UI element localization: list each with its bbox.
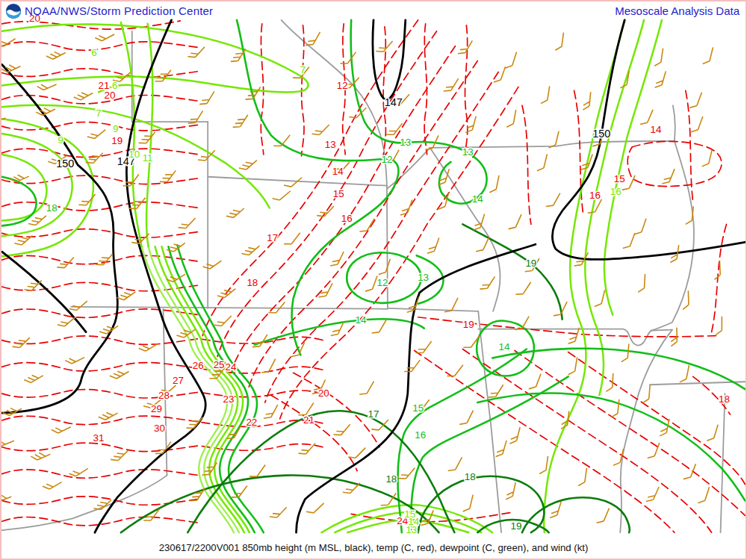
state-border-line bbox=[478, 311, 501, 532]
wind-barb bbox=[662, 167, 675, 186]
dewpoint-contour bbox=[168, 246, 254, 532]
header: NOAA/NWS/Storm Prediction Center Mesosca… bbox=[1, 1, 746, 21]
dewpoint-label: 9 bbox=[113, 123, 118, 134]
temperature-contour bbox=[712, 224, 727, 332]
temperature-label: 31 bbox=[93, 432, 105, 444]
height-label: 150 bbox=[592, 128, 610, 140]
state-border-line bbox=[282, 20, 387, 189]
wind-barb bbox=[458, 37, 472, 56]
wind-barb bbox=[702, 149, 713, 168]
wind-barb bbox=[506, 481, 515, 500]
temperature-label: 24 bbox=[226, 361, 237, 373]
spc-mesoanalysis-page: 1501471471502021201912131415161718141516… bbox=[0, 0, 747, 560]
wind-barb bbox=[515, 279, 530, 297]
wind-barb bbox=[111, 447, 128, 464]
wind-barb bbox=[427, 236, 439, 255]
wind-barb bbox=[691, 114, 703, 134]
wind-barb bbox=[319, 281, 332, 300]
temperature-contour bbox=[2, 363, 323, 373]
wind-barb bbox=[509, 426, 520, 445]
temperature-label: 30 bbox=[154, 423, 165, 434]
wind-barb bbox=[654, 48, 663, 67]
wind-barb bbox=[123, 171, 139, 190]
wind-barb bbox=[306, 499, 324, 516]
dewpoint-label: 12 bbox=[376, 277, 388, 288]
dewpoint-label: 11 bbox=[143, 152, 153, 164]
wind-barb bbox=[561, 411, 569, 430]
wind-barb bbox=[43, 477, 62, 491]
state-border-line bbox=[387, 148, 430, 189]
temperature-label: 20 bbox=[104, 90, 115, 101]
wind-barb bbox=[359, 379, 374, 398]
temperature-label: 12 bbox=[337, 80, 348, 91]
dewpoint-label: 14 bbox=[472, 193, 483, 205]
wind-barb bbox=[537, 153, 548, 172]
wind-barb bbox=[689, 90, 701, 110]
temperature-label: 14 bbox=[651, 124, 662, 135]
wind-barb bbox=[87, 125, 105, 141]
state-border-line bbox=[388, 308, 478, 311]
temperature-contour bbox=[2, 470, 199, 478]
dewpoint-label: 14 bbox=[499, 341, 510, 352]
height-contour bbox=[373, 20, 406, 99]
state-border-line bbox=[650, 382, 745, 385]
temperature-contour bbox=[465, 25, 468, 156]
wind-barb bbox=[261, 356, 275, 376]
dewpoint-contour bbox=[477, 393, 745, 500]
state-border-line bbox=[71, 307, 388, 309]
wind-barb bbox=[541, 85, 550, 105]
wind-barb bbox=[655, 69, 666, 89]
dewpoint-contour bbox=[2, 134, 72, 236]
site-title: NOAA/NWS/Storm Prediction Center bbox=[25, 4, 213, 17]
temperature-contour bbox=[2, 42, 199, 50]
noaa-logo bbox=[5, 3, 22, 19]
dewpoint-label: 9 bbox=[58, 134, 63, 146]
dewpoint-label: 18 bbox=[465, 471, 476, 482]
wind-barb bbox=[25, 276, 42, 293]
temperature-label: 23 bbox=[223, 393, 235, 405]
wind-barb bbox=[386, 119, 402, 138]
temperature-contour bbox=[383, 27, 386, 158]
wind-barb bbox=[505, 50, 516, 69]
temperature-label: 13 bbox=[325, 139, 336, 150]
wind-barb bbox=[13, 334, 30, 351]
dewpoint-contour bbox=[544, 20, 624, 532]
wind-barb bbox=[264, 402, 278, 421]
wind-barb bbox=[539, 455, 548, 475]
dewpoint-label: 13 bbox=[462, 146, 474, 158]
wind-barb bbox=[226, 204, 244, 220]
dewpoint-label: 13 bbox=[418, 272, 429, 283]
wind-barb bbox=[529, 372, 541, 391]
wind-barb bbox=[334, 420, 350, 438]
state-border-line bbox=[651, 105, 694, 330]
weather-map: 1501471471502021201912131415161718141516… bbox=[1, 1, 746, 559]
temperature-label: 17 bbox=[267, 232, 278, 243]
wind-barb bbox=[241, 241, 259, 258]
wind-barb bbox=[69, 464, 88, 479]
wind-barb bbox=[214, 311, 232, 329]
wind-barb bbox=[99, 408, 118, 422]
temperature-contour bbox=[2, 122, 199, 130]
wind-barb bbox=[187, 43, 205, 60]
wind-barb bbox=[376, 37, 392, 55]
wind-barb bbox=[1, 435, 14, 448]
state-border-line bbox=[2, 476, 167, 531]
wind-barb bbox=[199, 88, 214, 107]
wind-barb bbox=[268, 298, 285, 316]
wind-barb bbox=[404, 356, 420, 375]
wind-barb bbox=[480, 273, 495, 292]
height-label: 147 bbox=[385, 96, 403, 108]
temperature-contour bbox=[515, 350, 745, 515]
wind-barb bbox=[707, 423, 718, 442]
wind-barb bbox=[188, 108, 203, 126]
wind-barb bbox=[2, 403, 22, 417]
wind-barb bbox=[233, 111, 248, 130]
wind-barb bbox=[703, 46, 713, 65]
dewpoint-label: 17 bbox=[368, 408, 379, 420]
dewpoint-label: 12 bbox=[381, 154, 392, 165]
temperature-contour bbox=[2, 309, 199, 317]
temperature-label: 15 bbox=[614, 173, 625, 184]
wind-barb bbox=[638, 274, 645, 293]
temperature-label: 16 bbox=[589, 190, 601, 201]
state-border-line bbox=[387, 189, 388, 308]
